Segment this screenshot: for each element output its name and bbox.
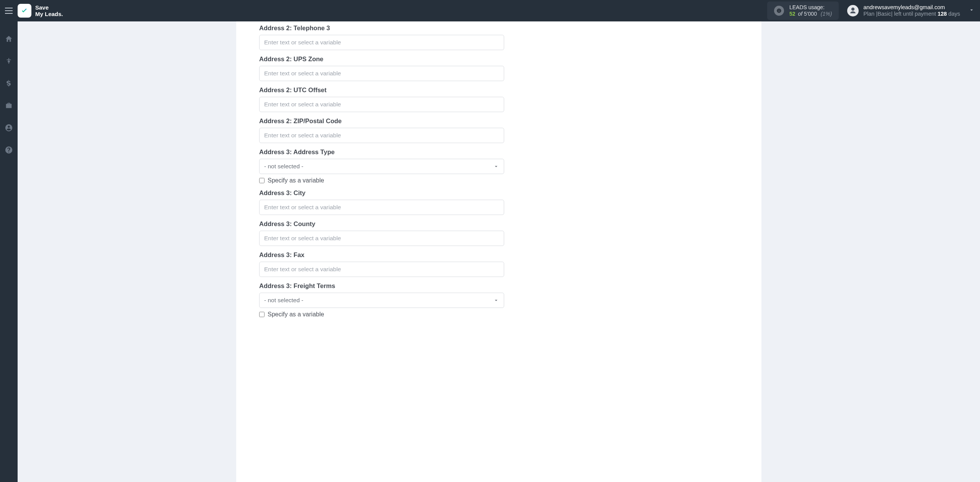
menu-toggle-button[interactable] bbox=[3, 5, 15, 16]
form-panel: Address 2: Telephone 3 Address 2: UPS Zo… bbox=[236, 21, 761, 482]
label-addr2-utc: Address 2: UTC Offset bbox=[259, 86, 504, 94]
field-addr3-county: Address 3: County bbox=[259, 220, 504, 246]
input-addr3-city[interactable] bbox=[259, 200, 504, 215]
field-addr3-fax: Address 3: Fax bbox=[259, 251, 504, 277]
info-icon bbox=[774, 6, 784, 16]
account-block[interactable]: andrewsavemyleads@gmail.com Plan |Basic|… bbox=[847, 4, 960, 18]
specify-checkbox-addr3-type[interactable] bbox=[259, 178, 265, 183]
label-addr2-zip: Address 2: ZIP/Postal Code bbox=[259, 117, 504, 125]
field-addr3-freight: Address 3: Freight Terms - not selected … bbox=[259, 282, 504, 318]
user-circle-icon bbox=[5, 124, 13, 132]
sidebar-item-connections[interactable] bbox=[0, 54, 18, 68]
field-addr2-ups: Address 2: UPS Zone bbox=[259, 55, 504, 81]
content-scroll[interactable]: Address 2: Telephone 3 Address 2: UPS Zo… bbox=[18, 21, 980, 482]
sitemap-icon bbox=[5, 57, 13, 65]
select-addr3-type[interactable]: - not selected - bbox=[259, 159, 504, 174]
input-addr3-fax[interactable] bbox=[259, 262, 504, 277]
input-addr2-tel3[interactable] bbox=[259, 35, 504, 50]
label-addr3-fax: Address 3: Fax bbox=[259, 251, 504, 259]
chevron-down-icon bbox=[969, 7, 975, 13]
account-dropdown-toggle[interactable] bbox=[969, 7, 975, 15]
chevron-down-icon bbox=[493, 163, 499, 169]
usage-text: LEADS usage: 52 of5'000 (1%) bbox=[789, 4, 832, 17]
chevron-down-icon bbox=[493, 297, 499, 303]
field-addr2-zip: Address 2: ZIP/Postal Code bbox=[259, 117, 504, 143]
top-bar: Save My Leads. LEADS usage: 52 of5'000 (… bbox=[0, 0, 980, 21]
field-addr2-tel3: Address 2: Telephone 3 bbox=[259, 24, 504, 50]
input-addr2-ups[interactable] bbox=[259, 66, 504, 81]
user-icon bbox=[849, 7, 857, 15]
specify-label[interactable]: Specify as a variable bbox=[268, 177, 324, 184]
sidebar-item-help[interactable] bbox=[0, 143, 18, 157]
label-addr2-tel3: Address 2: Telephone 3 bbox=[259, 24, 504, 32]
account-text: andrewsavemyleads@gmail.com Plan |Basic|… bbox=[863, 4, 960, 18]
input-addr2-zip[interactable] bbox=[259, 128, 504, 143]
select-value: - not selected - bbox=[264, 163, 304, 170]
sidebar bbox=[0, 21, 18, 482]
select-addr3-freight[interactable]: - not selected - bbox=[259, 293, 504, 308]
label-addr3-county: Address 3: County bbox=[259, 220, 504, 228]
specify-checkbox-addr3-freight[interactable] bbox=[259, 312, 265, 317]
dollar-icon bbox=[5, 80, 13, 87]
label-addr3-type: Address 3: Address Type bbox=[259, 148, 504, 156]
brand-name: Save My Leads. bbox=[35, 4, 63, 18]
brand-logo[interactable] bbox=[18, 4, 31, 18]
specify-row-addr3-freight: Specify as a variable bbox=[259, 311, 504, 318]
field-addr2-utc: Address 2: UTC Offset bbox=[259, 86, 504, 112]
sidebar-item-briefcase[interactable] bbox=[0, 99, 18, 112]
select-value: - not selected - bbox=[264, 297, 304, 304]
home-icon bbox=[5, 35, 13, 43]
field-addr3-type: Address 3: Address Type - not selected -… bbox=[259, 148, 504, 184]
input-addr2-utc[interactable] bbox=[259, 97, 504, 112]
check-icon bbox=[20, 6, 29, 15]
label-addr3-freight: Address 3: Freight Terms bbox=[259, 282, 504, 290]
input-addr3-county[interactable] bbox=[259, 231, 504, 246]
briefcase-icon bbox=[5, 101, 13, 110]
sidebar-item-profile[interactable] bbox=[0, 121, 18, 135]
question-icon bbox=[5, 146, 13, 154]
sidebar-item-billing[interactable] bbox=[0, 77, 18, 90]
label-addr3-city: Address 3: City bbox=[259, 189, 504, 197]
avatar bbox=[847, 5, 859, 16]
specify-row-addr3-type: Specify as a variable bbox=[259, 177, 504, 184]
label-addr2-ups: Address 2: UPS Zone bbox=[259, 55, 504, 63]
sidebar-item-home[interactable] bbox=[0, 32, 18, 46]
field-addr3-city: Address 3: City bbox=[259, 189, 504, 215]
specify-label[interactable]: Specify as a variable bbox=[268, 311, 324, 318]
usage-badge[interactable]: LEADS usage: 52 of5'000 (1%) bbox=[767, 2, 839, 20]
